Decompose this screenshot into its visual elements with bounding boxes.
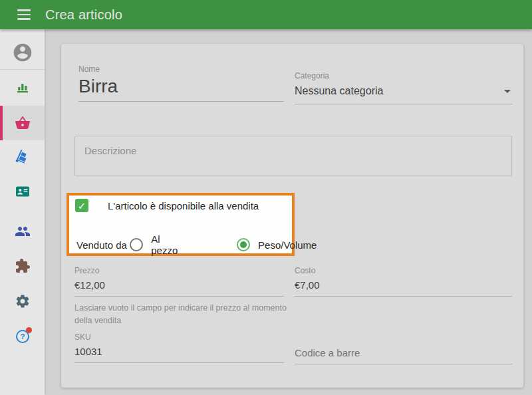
sidebar-item-customers[interactable] [0,174,45,209]
sidebar: ? [0,29,45,395]
name-input[interactable] [78,74,284,102]
barcode-input[interactable] [295,343,512,364]
price-input[interactable] [74,275,284,297]
sold-by-label: Venduto da [76,239,130,251]
puzzle-icon [15,258,31,274]
category-select[interactable]: Nessuna categoria [295,80,512,104]
sku-label: SKU [74,332,284,342]
sidebar-item-inventory[interactable] [0,140,45,175]
cost-input[interactable] [295,275,512,297]
category-value: Nessuna categoria [295,85,383,96]
available-checkbox[interactable]: ✓ [75,199,88,212]
item-form-card: Nome Categoria Nessuna categoria ✓ L'art… [61,44,523,388]
sidebar-item-employees[interactable] [0,214,45,249]
sold-by-each-radio[interactable] [130,238,143,251]
available-checkbox-label[interactable]: L'articolo è disponibile alla vendita [108,200,259,211]
people-icon [15,223,31,239]
notification-dot [26,327,32,333]
category-label: Categoria [295,71,512,80]
contact-card-icon [15,184,31,199]
app-header: Crea articolo [0,0,532,29]
basket-icon [15,115,31,131]
chevron-down-icon [504,90,511,93]
sidebar-item-settings[interactable] [0,284,45,319]
cost-label: Costo [295,266,512,275]
svg-text:?: ? [20,332,25,340]
sold-by-each-label[interactable]: Al pezzo [151,233,185,256]
sold-by-weight-radio[interactable] [237,238,250,251]
sidebar-item-articles[interactable] [0,106,45,140]
sidebar-item-integrations[interactable] [0,249,45,283]
sold-by-weight-label[interactable]: Peso/Volume [258,239,317,251]
tutorial-highlight-box: ✓ L'articolo è disponibile alla vendita … [66,193,295,256]
sku-input[interactable] [74,342,284,363]
trolley-icon [15,150,31,166]
sidebar-item-account[interactable] [0,35,45,70]
menu-icon[interactable] [9,0,39,29]
price-helper-text: Lasciare vuoto il campo per indicare il … [74,302,301,327]
gear-icon [15,293,31,309]
sidebar-item-reports[interactable] [0,70,45,104]
name-label: Nome [78,65,284,74]
page-title: Crea articolo [45,7,122,23]
account-icon [12,42,33,63]
bar-chart-icon [15,79,31,95]
description-textarea[interactable] [74,136,512,176]
description-field-wrap [74,136,512,176]
price-label: Prezzo [74,266,284,275]
active-indicator [0,106,3,140]
sidebar-item-help[interactable]: ? [0,319,45,354]
sold-by-row: Venduto da Al pezzo Peso/Volume [76,233,317,256]
available-for-sale-row: ✓ L'articolo è disponibile alla vendita [75,199,259,212]
app-window: Crea articolo [0,0,532,395]
